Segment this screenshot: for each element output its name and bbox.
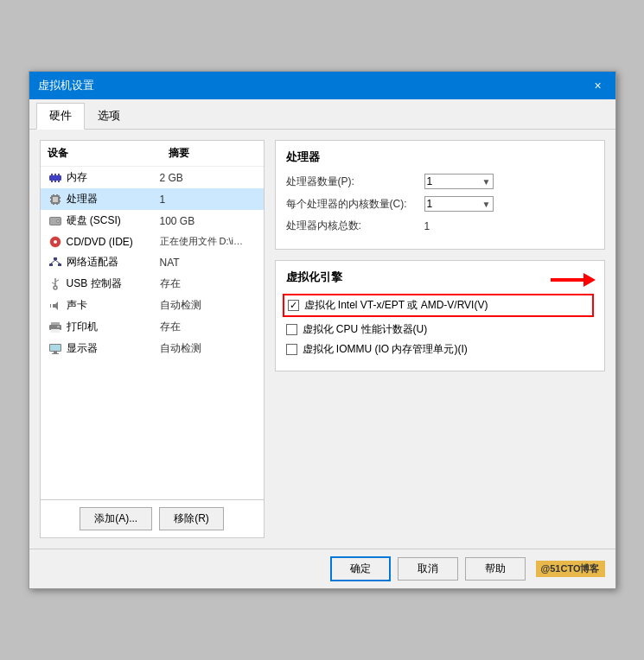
dialog-title: 虚拟机设置 [38,78,94,93]
svg-rect-1 [51,174,53,175]
tab-hardware[interactable]: 硬件 [36,103,85,130]
virt-checkbox-3[interactable] [286,344,297,355]
right-spacer [275,382,605,538]
hdd-icon [48,215,63,227]
col-device-label: 设备 [48,146,169,161]
svg-rect-9 [50,197,51,199]
title-bar: 虚拟机设置 × [29,72,615,99]
dialog: 虚拟机设置 × 硬件 选项 设备 摘要 内存 2 GB [29,71,616,589]
add-button[interactable]: 添加(A)... [80,507,152,530]
tab-bar: 硬件 选项 [29,99,615,130]
svg-rect-5 [54,181,56,182]
svg-rect-4 [51,181,53,182]
printer-icon [48,321,63,333]
processor-count-row: 处理器数量(P): 1 ▼ [286,174,594,189]
svg-rect-6 [58,181,60,182]
usb-icon [48,278,63,290]
svg-marker-33 [53,301,58,310]
svg-rect-24 [54,257,57,260]
device-name-cdrom: CD/DVD (IDE) [67,236,160,248]
device-value-cpu: 1 [160,194,257,206]
svg-rect-37 [51,329,60,333]
svg-rect-15 [53,204,54,205]
device-list: 内存 2 GB 处理器 1 硬盘 (SCSI) [41,167,264,499]
device-item-cdrom[interactable]: CD/DVD (IDE) 正在使用文件 D:\image-install\i..… [41,232,264,251]
virt-option-3-label: 虚拟化 IOMMU (IO 内存管理单元)(I) [303,342,468,357]
device-value-hdd: 100 GB [160,215,257,227]
device-name-printer: 打印机 [67,320,160,334]
device-value-display: 自动检测 [160,341,257,356]
ok-button[interactable]: 确定 [330,556,391,581]
processor-count-select[interactable]: 1 ▼ [424,174,494,189]
cpu-icon [48,194,63,206]
device-value-network: NAT [160,257,257,269]
virt-option-3-row: 虚拟化 IOMMU (IO 内存管理单元)(I) [286,342,594,357]
total-cores-label: 处理器内核总数: [286,219,424,233]
cores-arrow: ▼ [482,200,491,209]
svg-rect-42 [52,353,59,354]
device-value-memory: 2 GB [160,172,257,184]
svg-line-28 [55,260,60,263]
virtualization-title: 虚拟化引擎 [286,270,594,285]
cores-per-processor-row: 每个处理器的内核数量(C): 1 ▼ [286,196,594,212]
processor-section-title: 处理器 [286,149,594,165]
virt-option-2-label: 虚拟化 CPU 性能计数器(U) [303,322,428,337]
close-button[interactable]: × [590,77,607,94]
help-button[interactable]: 帮助 [465,557,526,581]
svg-rect-41 [54,352,57,353]
device-item-network[interactable]: 网络适配器 NAT [41,251,264,273]
svg-rect-16 [56,204,58,205]
device-list-header: 设备 摘要 [41,141,264,167]
cores-value: 1 [427,198,433,210]
device-name-memory: 内存 [67,170,160,185]
right-panel: 处理器 处理器数量(P): 1 ▼ 每个处理器的内核数量(C): 1 ▼ [275,140,605,538]
main-content: 设备 摘要 内存 2 GB 处理器 1 [29,130,615,549]
total-cores-row: 处理器内核总数: 1 [286,219,594,233]
device-name-display: 显示器 [67,341,160,356]
device-item-display[interactable]: 显示器 自动检测 [41,338,264,359]
device-item-hdd[interactable]: 硬盘 (SCSI) 100 GB [41,210,264,232]
virt-checkbox-2[interactable] [286,324,297,335]
cores-select[interactable]: 1 ▼ [424,196,494,212]
svg-rect-3 [58,174,60,175]
svg-rect-40 [50,345,61,351]
remove-button[interactable]: 移除(R) [159,507,224,530]
svg-rect-2 [54,174,56,175]
processor-count-value: 1 [427,175,433,187]
cores-label: 每个处理器的内核数量(C): [286,197,424,212]
device-name-network: 网络适配器 [67,255,160,270]
svg-rect-12 [60,200,61,202]
col-summary-label: 摘要 [169,146,257,161]
svg-point-32 [54,286,57,289]
network-icon [48,257,63,269]
svg-rect-0 [49,175,61,181]
processor-count-label: 处理器数量(P): [286,175,424,189]
device-value-cdrom: 正在使用文件 D:\image-install\i... [160,235,246,248]
device-name-usb: USB 控制器 [67,276,160,291]
device-value-printer: 存在 [160,320,257,334]
virtualization-section: 虚拟化引擎 虚拟化 Intel VT-x/EPT 或 AMD-V/RVI(V) … [275,260,605,371]
virt-checkbox-1[interactable] [288,300,299,311]
device-value-usb: 存在 [160,276,257,291]
device-item-cpu[interactable]: 处理器 1 [41,188,264,210]
svg-rect-26 [58,263,61,266]
device-item-sound[interactable]: 声卡 自动检测 [41,295,264,316]
processor-count-arrow: ▼ [482,177,491,187]
cancel-button[interactable]: 取消 [398,557,458,581]
virt-option-1-row: 虚拟化 Intel VT-x/EPT 或 AMD-V/RVI(V) [283,294,594,317]
svg-line-27 [51,260,55,263]
svg-point-23 [54,241,56,243]
processor-section: 处理器 处理器数量(P): 1 ▼ 每个处理器的内核数量(C): 1 ▼ [275,140,605,250]
device-value-sound: 自动检测 [160,298,257,313]
total-cores-value: 1 [424,220,430,232]
svg-rect-8 [53,197,58,202]
tab-options[interactable]: 选项 [85,103,133,129]
display-icon [48,343,63,355]
virt-option-2-row: 虚拟化 CPU 性能计数器(U) [286,322,594,337]
svg-rect-10 [50,200,51,202]
device-item-printer[interactable]: 打印机 存在 [41,316,264,338]
svg-point-20 [57,220,59,222]
memory-icon [48,172,63,184]
device-item-memory[interactable]: 内存 2 GB [41,167,264,188]
device-item-usb[interactable]: USB 控制器 存在 [41,273,264,295]
